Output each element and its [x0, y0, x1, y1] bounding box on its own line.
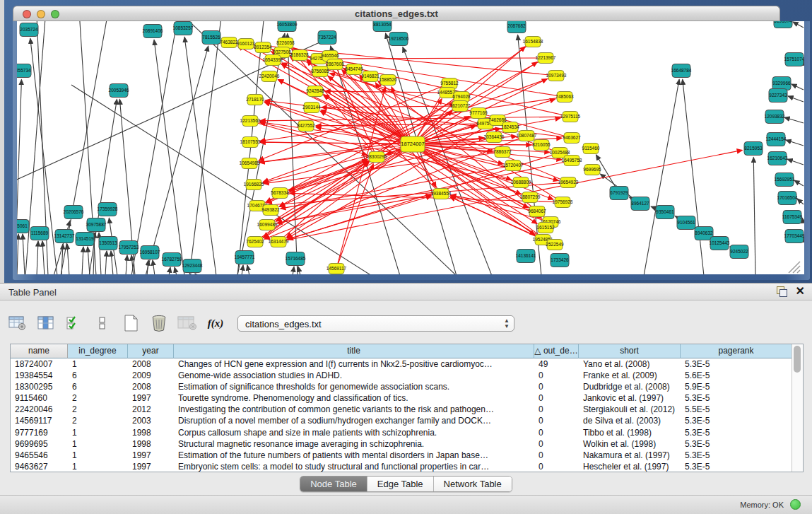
table-cell: Dudbridge et al. (2008) — [579, 381, 681, 392]
table-row[interactable]: 1938455462009Genome-wide association stu… — [11, 370, 792, 381]
graph-node-label: 22420046 — [259, 74, 280, 78]
graph-node-label: 7815526 — [202, 35, 220, 40]
table-cell: Genome-wide association studies in ADHD. — [174, 370, 534, 381]
table-cell: 0 — [534, 370, 579, 381]
table-cell: 5.3E-5 — [681, 358, 792, 370]
graph-node-label: 12093832 — [765, 114, 785, 119]
table-row[interactable]: 946554611997Estimation of the future num… — [11, 450, 792, 461]
delete-table-icon[interactable] — [148, 313, 170, 334]
delete-column-icon[interactable] — [177, 313, 198, 334]
table-cell: Tourette syndrome. Phenomenology and cla… — [174, 392, 534, 404]
resize-grip-icon[interactable] — [797, 270, 800, 273]
graph-node-label: 9146821 — [361, 74, 379, 78]
function-builder-icon[interactable]: f(x) — [205, 313, 226, 334]
table-row[interactable]: 2242004622012Investigating the contribut… — [11, 404, 792, 415]
table-cell: 5.9E-5 — [681, 381, 792, 392]
table-cell: 9463627 — [11, 461, 68, 472]
graph-node-label: 9493822 — [261, 207, 280, 212]
table-cell: Estimation of significance thresholds fo… — [174, 381, 534, 392]
column-header-title[interactable]: title — [174, 344, 534, 358]
table-cell: 0 — [534, 461, 579, 472]
graph-node-label: 13142737 — [54, 233, 75, 238]
float-panel-icon[interactable] — [776, 286, 787, 297]
table-cell: de Silva et al. (2003) — [579, 415, 681, 426]
close-panel-icon[interactable]: ✕ — [796, 286, 805, 297]
graph-node-label: 2087682 — [507, 23, 526, 28]
table-cell: Changes of HCN gene expression and I(f) … — [174, 358, 534, 370]
table-cell: 6 — [68, 370, 128, 381]
row-height-icon[interactable] — [92, 313, 113, 334]
graph-node-label: 1350513 — [99, 240, 117, 245]
table-cell: 2003 — [128, 415, 174, 426]
graph-node-label: 19166825 — [244, 182, 264, 187]
graph-node-label: 9350461 — [656, 209, 674, 214]
graph-node-label: 7886372 — [493, 149, 512, 154]
show-columns-icon[interactable] — [35, 313, 57, 334]
graph-node-label: 7485063 — [555, 94, 574, 99]
table-cell: Estimation of the future numbers of pati… — [174, 450, 534, 461]
column-header-pagerank[interactable]: pagerank — [681, 344, 792, 358]
table-cell: 1 — [68, 427, 128, 438]
table-cell: 1 — [68, 461, 128, 472]
scrollbar-thumb[interactable] — [794, 346, 801, 373]
graph-node-label: 17016504 — [777, 195, 798, 200]
graph-node-label: 16053809 — [277, 22, 298, 27]
table-select-dropdown[interactable]: citations_edges.txt ▲▼ — [237, 315, 514, 332]
column-header-out_de[interactable]: △ out_de… — [534, 344, 579, 358]
table-cell: 0 — [534, 404, 579, 415]
tab-edge-table[interactable]: Edge Table — [367, 477, 434, 491]
memory-ok-indicator[interactable] — [790, 499, 801, 510]
column-header-short[interactable]: short — [579, 344, 681, 358]
graph-node-label: 30975887 — [86, 222, 107, 227]
table-cell: Jankovic et al. (1997) — [579, 392, 681, 404]
table-row[interactable]: 946362711997Embryonic stem cells: a mode… — [11, 461, 792, 472]
graph-node-label: 9755812 — [440, 81, 459, 86]
graph-node-label: 15716485 — [286, 256, 306, 261]
table-vertical-scrollbar[interactable] — [792, 344, 803, 472]
graph-node-label: 9160123 — [237, 41, 255, 46]
table-cell: 0 — [534, 415, 579, 426]
table-cell: 14569117 — [11, 415, 68, 426]
table-row[interactable]: 1830029562008Estimation of significance … — [11, 381, 792, 392]
table-panel: Table Panel ✕ — [0, 283, 812, 514]
table-mode-icon[interactable] — [7, 313, 28, 334]
graph-node-label: 2522549 — [546, 242, 564, 247]
graph-node-label: 1115689 — [31, 230, 49, 235]
table-cell: 5.6E-5 — [681, 370, 792, 381]
table-cell: 2012 — [128, 404, 174, 415]
graph-node-label: 17957253 — [119, 245, 139, 250]
table-cell: 2 — [68, 392, 128, 404]
table-cell: Stergiakouli et al. (2012) — [579, 404, 681, 415]
graph-node-label: 10025488 — [550, 150, 570, 155]
table-cell: 2 — [68, 415, 128, 426]
tab-node-table[interactable]: Node Table — [300, 477, 367, 491]
table-cell: 9465546 — [11, 450, 68, 461]
column-header-in_degree[interactable]: in_degree — [68, 344, 128, 358]
table-cell: 5.3E-5 — [681, 438, 792, 450]
graph-node-label: 8912354 — [254, 45, 272, 49]
citation-network-graph[interactable]: 1872400774638229160123891235482260589327… — [17, 21, 804, 274]
table-row[interactable]: 1456911722003Disruption of a novel membe… — [11, 415, 792, 426]
table-cell: 19384554 — [11, 370, 68, 381]
column-header-year[interactable]: year — [128, 344, 174, 358]
memory-status-label: Memory: OK — [740, 501, 784, 509]
graph-node-label: 17703449 — [784, 233, 804, 238]
table-cell: 9777169 — [11, 427, 68, 438]
table-cell: 5.3E-5 — [681, 450, 792, 461]
tab-network-table[interactable]: Network Table — [434, 477, 512, 491]
graph-node-label: 20053946 — [109, 88, 129, 93]
table-row[interactable]: 911546021997Tourette syndrome. Phenomeno… — [11, 392, 792, 404]
column-header-name[interactable]: name — [11, 344, 68, 358]
table-cell: 0 — [534, 438, 579, 450]
table-row[interactable]: 977716911998Corpus callosum shape and si… — [11, 427, 792, 438]
table-row[interactable]: 1872400712008Changes of HCN gene express… — [11, 358, 792, 370]
graph-node-label: 12213967 — [536, 55, 556, 60]
network-window-titlebar[interactable]: citations_edges.txt — [13, 6, 780, 21]
new-table-icon[interactable] — [120, 313, 141, 334]
network-canvas[interactable]: 1872400774638229160123891235482260589327… — [17, 21, 804, 274]
table-row[interactable]: 969969511998Structural magnetic resonanc… — [11, 438, 792, 450]
graph-node-label: 10973493 — [546, 73, 567, 78]
graph-node-label: 16543392 — [263, 57, 283, 62]
graph-node-label: 9227343 — [769, 93, 787, 98]
select-columns-icon[interactable] — [64, 313, 85, 334]
